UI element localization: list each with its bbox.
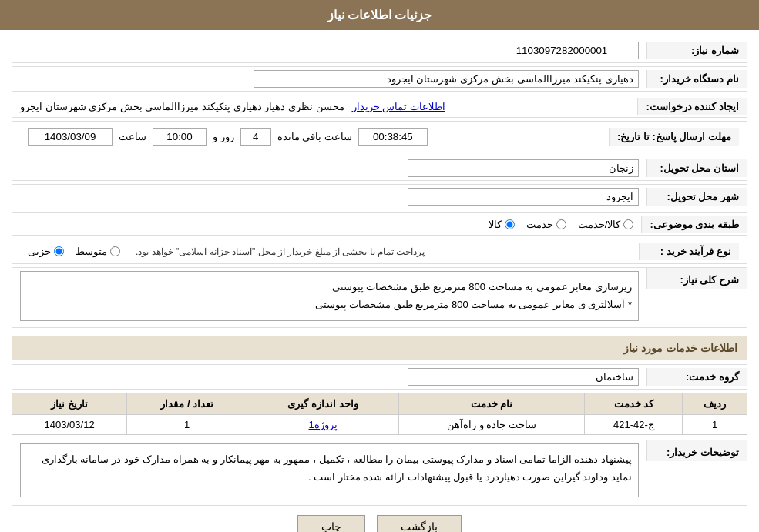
back-button[interactable]: بازگشت <box>377 515 462 532</box>
tawzih-value: پیشنهاد دهنده الزاما تمامی اسناد و مدارک… <box>12 440 646 505</box>
buttons-row: بازگشت چاپ <box>12 515 747 532</box>
time-label: ساعت <box>119 131 146 142</box>
ejad-text: محسن نظری دهیار دهیاری پنکیکند میرزاالما… <box>20 101 344 112</box>
col-count: تعداد / مقدار <box>127 393 247 414</box>
services-section-title: اطلاعات خدمات مورد نیاز <box>12 336 747 360</box>
ejad-label: ایجاد کننده درخواست: <box>637 98 747 115</box>
ejad-link[interactable]: اطلاعات تماس خریدار <box>352 101 445 112</box>
cell-name: ساخت جاده و راه‌آهن <box>398 414 584 434</box>
tabaqeh-option-khedmat[interactable]: خدمت <box>526 219 566 230</box>
grooh-row: گروه خدمت: <box>12 364 747 390</box>
noe-label: نوع فرآیند خرید : <box>639 243 739 260</box>
tabaqeh-option-kala[interactable]: کالا <box>489 219 515 230</box>
dastgah-label: نام دستگاه خریدار: <box>646 70 747 88</box>
tawzih-text: پیشنهاد دهنده الزاما تمامی اسناد و مدارک… <box>42 453 632 483</box>
mohlat-days-input[interactable] <box>240 128 271 146</box>
noe-value: پرداخت تمام یا بخشی از مبلغ خریدار از مح… <box>20 243 639 260</box>
sharh-row: شرح کلی نیاز: زیرسازی معابر عمومی به مسا… <box>12 267 747 328</box>
tawzih-box: پیشنهاد دهنده الزاما تمامی اسناد و مدارک… <box>20 443 639 497</box>
shomare-value <box>12 38 646 62</box>
cell-unit[interactable]: پروژه1 <box>247 414 399 434</box>
cell-count: 1 <box>127 414 247 434</box>
print-button[interactable]: چاپ <box>297 515 365 532</box>
shahr-row: شهر محل تحویل: <box>12 184 747 209</box>
grooh-input[interactable] <box>408 368 639 386</box>
sharh-box: زیرسازی معابر عمومی به مساحت 800 مترمربع… <box>20 271 639 321</box>
shomare-row: شماره نیاز: <box>12 38 747 63</box>
dastgah-row: نام دستگاه خریدار: <box>12 66 747 92</box>
col-code: کد خدمت <box>585 393 683 414</box>
ostan-value <box>12 156 646 180</box>
header-title: جزئیات اطلاعات نیاز <box>327 8 432 22</box>
col-radif: ردیف <box>683 393 747 414</box>
mohlat-row: مهلت ارسال پاسخ: تا تاریخ: ساعت باقی مان… <box>12 121 747 152</box>
sharh-line1: زیرسازی معابر عمومی به مساحت 800 مترمربع… <box>27 278 632 296</box>
table-row: 1 ج-42-421 ساخت جاده و راه‌آهن پروژه1 1 … <box>12 414 747 434</box>
sharh-value: زیرسازی معابر عمومی به مساحت 800 مترمربع… <box>12 268 646 327</box>
tabaqeh-value: کالا/خدمت خدمت کالا <box>12 216 641 233</box>
mohlat-value: ساعت باقی مانده روز و ساعت <box>20 125 609 149</box>
tabaqeh-row: طبقه بندی موضوعی: کالا/خدمت خدمت کالا <box>12 212 747 236</box>
services-table: ردیف کد خدمت نام خدمت واحد اندازه گیری ت… <box>12 393 747 435</box>
shomare-input[interactable] <box>485 42 639 59</box>
cell-date: 1403/03/12 <box>12 414 127 434</box>
tabaqeh-radio-group: کالا/خدمت خدمت کالا <box>20 219 633 230</box>
page-header: جزئیات اطلاعات نیاز <box>0 0 759 30</box>
ostan-input[interactable] <box>408 159 639 177</box>
ostan-label: استان محل تحویل: <box>646 159 747 177</box>
day-label: روز و <box>213 131 234 142</box>
ejad-row: ایجاد کننده درخواست: اطلاعات تماس خریدار… <box>12 95 747 118</box>
page-content: شماره نیاز: نام دستگاه خریدار: ایجاد کنن… <box>0 30 759 532</box>
tabaqeh-label: طبقه بندی موضوعی: <box>641 216 747 233</box>
shahr-label: شهر محل تحویل: <box>646 188 747 206</box>
tabaqeh-option-kala-khedmat[interactable]: کالا/خدمت <box>578 219 634 230</box>
col-date: تاریخ نیاز <box>12 393 127 414</box>
shahr-input[interactable] <box>408 188 639 206</box>
grooh-value <box>12 365 646 389</box>
mohlat-time-input[interactable] <box>153 128 207 146</box>
page-container: جزئیات اطلاعات نیاز شماره نیاز: نام دستگ… <box>0 0 759 532</box>
mohlat-label: مهلت ارسال پاسخ: تا تاریخ: <box>609 128 739 146</box>
shomare-label: شماره نیاز: <box>646 42 747 59</box>
tawzih-row: توضیحات خریدار: پیشنهاد دهنده الزاما تما… <box>12 440 747 506</box>
remain-label: ساعت باقی مانده <box>277 131 352 142</box>
mohlat-date-input[interactable] <box>28 128 113 146</box>
mohlat-remain-input[interactable] <box>358 128 428 146</box>
sharh-line2: * آسلالتری ی معابر عمومی به مساحت 800 مت… <box>27 296 632 313</box>
noe-option-motavaset[interactable]: متوسط <box>76 246 120 257</box>
noe-note: پرداخت تمام یا بخشی از مبلغ خریدار از مح… <box>136 246 425 257</box>
noe-row: نوع فرآیند خرید : پرداخت تمام یا بخشی از… <box>12 239 747 264</box>
col-name: نام خدمت <box>398 393 584 414</box>
dastgah-input[interactable] <box>254 70 639 88</box>
ejad-value: اطلاعات تماس خریدار محسن نظری دهیار دهیا… <box>12 98 637 115</box>
sharh-label: شرح کلی نیاز: <box>646 268 747 289</box>
ostan-row: استان محل تحویل: <box>12 156 747 181</box>
shahr-value <box>12 185 646 209</box>
grooh-label: گروه خدمت: <box>646 368 747 386</box>
tawzih-label: توضیحات خریدار: <box>646 440 747 461</box>
col-unit: واحد اندازه گیری <box>247 393 399 414</box>
cell-radif: 1 <box>683 414 747 434</box>
noe-option-jozei[interactable]: جزیی <box>28 246 64 257</box>
dastgah-value <box>12 67 646 91</box>
cell-code: ج-42-421 <box>585 414 683 434</box>
noe-radio-group: متوسط جزیی <box>28 246 120 257</box>
